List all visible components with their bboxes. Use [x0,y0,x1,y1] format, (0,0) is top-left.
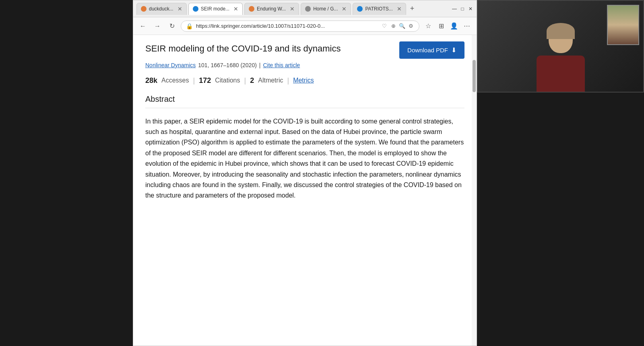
left-dark-area [0,0,133,346]
tab-label-5: PATRIOTS... [365,6,392,12]
user-icon[interactable]: 👤 [448,21,460,32]
tab-label-1: duckduck... [149,6,173,12]
page-content: Download PDF ⬇ SEIR modeling of the COVI… [133,35,477,346]
tab-close-5[interactable]: ✕ [397,6,402,12]
webcam-video [478,1,643,92]
tab-favicon-1 [141,6,147,12]
collections-icon[interactable]: ⊕ [390,23,396,29]
accesses-number: 28k [145,76,157,85]
back-button[interactable]: ← [137,21,149,32]
metrics-row: 28k Accesses | 172 Citations | 2 Altmetr… [145,76,464,85]
tab-seir[interactable]: SEIR mode... ✕ [188,3,243,15]
scrollbar-thumb[interactable] [473,60,476,92]
background-artwork [607,5,639,45]
maximize-button[interactable]: □ [460,6,465,12]
tab-label-4: Home / G... [313,6,338,12]
tab-favicon-3 [249,6,254,12]
scrollbar[interactable] [472,35,477,346]
collections-toolbar-icon[interactable]: ⊞ [436,21,447,32]
tab-favicon-2 [193,6,198,12]
window-controls: — □ ✕ [452,6,473,12]
abstract-heading: Abstract [145,95,464,104]
metrics-link[interactable]: Metrics [293,77,314,84]
abstract-text: In this paper, a SEIR epidemic model for… [145,116,464,201]
person-body [537,56,585,92]
tab-close-1[interactable]: ✕ [178,6,182,12]
abstract-divider [145,108,464,108]
new-tab-button[interactable]: + [408,4,417,13]
altmetric-label: Altmetric [258,77,283,84]
download-icon: ⬇ [451,46,456,54]
url-bar[interactable]: 🔒 https://link.springer.com/article/10.1… [181,21,419,32]
accesses-label: Accesses [161,77,189,84]
tab-close-4[interactable]: ✕ [342,6,347,12]
tab-duckduck[interactable]: duckduck... ✕ [136,3,187,15]
person-hair [547,23,575,39]
tab-close-2[interactable]: ✕ [233,6,238,12]
download-pdf-button[interactable]: Download PDF ⬇ [399,41,464,59]
right-dark-area [477,0,644,346]
tab-enduring[interactable]: Enduring W... ✕ [244,3,299,15]
tab-favicon-5 [357,6,363,12]
webcam-overlay [477,0,644,93]
altmetric-number: 2 [250,76,254,85]
download-pdf-label: Download PDF [407,47,448,54]
address-bar: ← → ↻ 🔒 https://link.springer.com/articl… [133,17,477,35]
tab-patriots[interactable]: PATRIOTS... ✕ [353,3,406,15]
tab-label-2: SEIR mode... [201,6,229,12]
journal-details: 101, 1667–1680 (2020) [198,62,257,68]
lock-icon: 🔒 [186,23,193,29]
tab-favicon-4 [305,6,311,12]
journal-link[interactable]: Nonlinear Dynamics [145,62,196,68]
minimize-button[interactable]: — [452,6,457,12]
metric-divider-3: | [287,76,289,85]
tab-home[interactable]: Home / G... ✕ [301,3,351,15]
browser-ext-icon[interactable]: ⚙ [408,23,414,29]
citations-number: 172 [199,76,211,85]
refresh-button[interactable]: ↻ [166,21,178,32]
metric-divider-1: | [193,76,195,85]
favorites-icon[interactable]: ♡ [381,23,388,29]
tab-label-3: Enduring W... [257,6,286,12]
more-options-icon[interactable]: ⋯ [461,21,473,32]
url-icon-group: ♡ ⊕ 🔍 ⚙ [381,23,414,29]
article-meta-row: Nonlinear Dynamics 101, 1667–1680 (2020)… [145,62,464,68]
close-button[interactable]: ✕ [468,6,473,12]
forward-button[interactable]: → [152,21,163,32]
url-text: https://link.springer.com/article/10.100… [196,23,378,29]
abstract-section: Abstract In this paper, a SEIR epidemic … [145,95,464,201]
person-head [549,25,573,53]
favorites-toolbar-icon[interactable]: ☆ [423,21,434,32]
cite-article-link[interactable]: Cite this article [263,62,300,68]
person-silhouette [537,25,585,92]
zoom-icon[interactable]: 🔍 [399,23,405,29]
metric-divider-2: | [244,76,246,85]
title-bar: duckduck... ✕ SEIR mode... ✕ Enduring W.… [133,0,477,17]
toolbar-icons: ☆ ⊞ 👤 ⋯ [423,21,473,32]
browser-window: duckduck... ✕ SEIR mode... ✕ Enduring W.… [133,0,477,346]
citations-label: Citations [215,77,240,84]
tab-close-3[interactable]: ✕ [290,6,295,12]
